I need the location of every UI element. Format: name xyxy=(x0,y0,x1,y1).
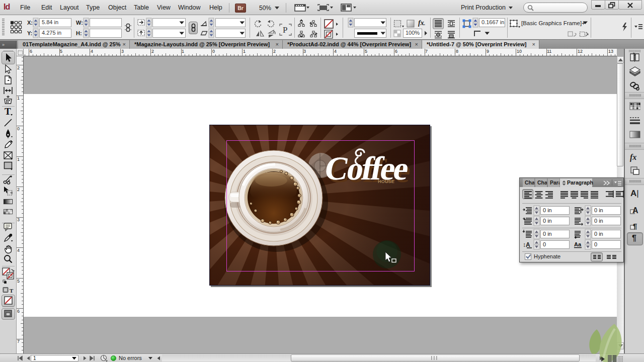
svg-text:¶: ¶ xyxy=(633,222,637,230)
svg-text:Coffee: Coffee xyxy=(322,150,412,186)
svg-text:Aa: Aa xyxy=(574,241,582,247)
svg-text:P: P xyxy=(283,25,287,35)
svg-text:↕A: ↕A xyxy=(523,241,530,248)
svg-text:T: T xyxy=(5,106,11,117)
svg-text:A: A xyxy=(632,206,638,215)
svg-text:T: T xyxy=(10,288,14,294)
svg-text:HOUSE: HOUSE xyxy=(378,179,394,184)
